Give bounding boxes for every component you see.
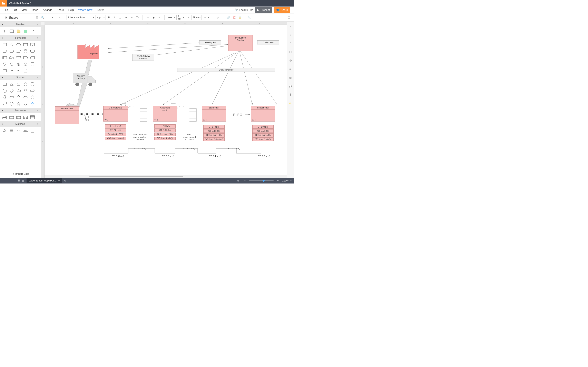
- add-page-button[interactable]: ⊕: [63, 178, 67, 183]
- fc-display[interactable]: [2, 49, 7, 53]
- stain-lt[interactable]: LT: 0.7 hr(s): [203, 125, 225, 129]
- fc-tape[interactable]: [9, 55, 14, 60]
- chat-icon[interactable]: 💬: [288, 83, 293, 89]
- italic-button[interactable]: I: [112, 15, 117, 20]
- underline-button[interactable]: U: [118, 15, 123, 20]
- text-shape[interactable]: T: [2, 29, 7, 33]
- menu-help[interactable]: Help: [68, 8, 74, 11]
- zoom-level[interactable]: 117%: [282, 179, 288, 182]
- fc-connector[interactable]: [9, 62, 14, 67]
- sh-hexagon[interactable]: [30, 82, 35, 86]
- close-icon[interactable]: ×: [37, 122, 39, 125]
- insp-lt[interactable]: LT: 1.0 hr(s): [252, 125, 274, 129]
- swap-icon[interactable]: ⇄: [215, 15, 221, 20]
- font-family-select[interactable]: Liberation Sans: [67, 15, 95, 20]
- sh-arrow-ud[interactable]: [30, 95, 35, 100]
- fc-note[interactable]: [23, 68, 28, 73]
- fc-process[interactable]: [2, 42, 7, 47]
- cut-defect[interactable]: Defect rate: 57%: [105, 133, 126, 136]
- line-type-button[interactable]: ↘: [186, 15, 191, 20]
- section-materials[interactable]: Materials ×: [0, 121, 41, 127]
- fc-stored[interactable]: [30, 55, 35, 60]
- menu-arrange[interactable]: Arrange: [43, 8, 52, 11]
- mt-safety[interactable]: [30, 128, 35, 133]
- chevron-down-icon[interactable]: ▾: [291, 180, 292, 182]
- sh-circle[interactable]: [9, 101, 14, 106]
- sh-octagon[interactable]: [2, 89, 7, 93]
- cut-ct[interactable]: CT: 2.0 hr(s): [105, 128, 126, 132]
- pr-process2[interactable]: [16, 115, 21, 119]
- canvas[interactable]: Supplier Weekly delivery Production Cont…: [44, 25, 287, 178]
- shapes-panel-toggle[interactable]: ⚙ Shapes: [2, 16, 18, 19]
- fc-decision[interactable]: [9, 42, 14, 47]
- fc-terminator[interactable]: [16, 42, 21, 47]
- mt-supermarket[interactable]: [9, 128, 14, 133]
- pr-databox[interactable]: [30, 115, 35, 119]
- zoom-out-button[interactable]: −: [242, 178, 247, 183]
- folder-icon[interactable]: [0, 0, 7, 7]
- sh-rect[interactable]: [2, 82, 7, 86]
- fc-card[interactable]: [2, 68, 7, 73]
- arrow-end-select[interactable]: →: [202, 15, 210, 20]
- fifo-label[interactable]: FIFO: [233, 113, 243, 116]
- link-icon[interactable]: 🔗: [226, 15, 231, 20]
- text-options-button[interactable]: T▾: [135, 15, 140, 20]
- forecast-box[interactable]: 30-60-90 day forecast: [132, 54, 154, 61]
- mt-fifo[interactable]: FIFO: [23, 128, 28, 133]
- share-button[interactable]: 👥 Share: [274, 7, 290, 13]
- pr-factory[interactable]: [2, 115, 7, 119]
- rect-shape[interactable]: [9, 29, 14, 33]
- sh-diamond[interactable]: [23, 101, 28, 106]
- section-shapes[interactable]: Shapes ×: [0, 75, 41, 80]
- text-color-button[interactable]: A: [123, 15, 129, 20]
- sh-star[interactable]: [16, 101, 21, 106]
- menu-share[interactable]: Share: [57, 8, 64, 11]
- sh-heart[interactable]: [23, 89, 28, 93]
- fc-sum[interactable]: [23, 62, 28, 67]
- sh-callout[interactable]: [2, 101, 7, 106]
- cut-co[interactable]: C/O time: 2 min(s): [105, 137, 126, 140]
- comment-quote-icon[interactable]: ❝: [288, 41, 293, 46]
- stroke-width-select[interactable]: 1 px: [176, 15, 185, 20]
- stain-defect[interactable]: Defect rate: 18%: [203, 133, 225, 137]
- master-page-icon[interactable]: ◧: [288, 75, 293, 80]
- section-flowchart[interactable]: Flowchart ×: [0, 35, 41, 41]
- history-icon[interactable]: ◷: [288, 58, 293, 63]
- insp-co[interactable]: C/O time: 6 min(s): [252, 137, 274, 141]
- magnet-icon[interactable]: 🧲: [232, 15, 237, 20]
- asm-defect[interactable]: Defect rate: 26%: [154, 133, 176, 136]
- redo-button[interactable]: ↷: [56, 15, 61, 20]
- production-control-box[interactable]: Production Control: [228, 35, 253, 51]
- sh-new[interactable]: NEW: [30, 101, 35, 106]
- sh-arrow-left[interactable]: [9, 95, 14, 100]
- fc-merge[interactable]: [2, 62, 7, 67]
- fc-preparation[interactable]: [9, 49, 14, 53]
- search-icon[interactable]: 🔍: [40, 15, 45, 20]
- close-icon[interactable]: ×: [37, 76, 39, 79]
- menu-edit[interactable]: Edit: [12, 8, 17, 11]
- daily-sales-box[interactable]: Daily sales: [257, 40, 279, 44]
- presentation-icon[interactable]: ▢: [288, 49, 293, 54]
- fill-rect-icon[interactable]: ▭: [145, 15, 150, 20]
- fc-predefined[interactable]: [23, 42, 28, 47]
- fc-delay[interactable]: [23, 55, 28, 60]
- insp-ct[interactable]: CT: 0.5 hr(s): [252, 129, 274, 133]
- menu-view[interactable]: View: [21, 8, 27, 11]
- asm-ct[interactable]: CT: 0.8 hr(s): [154, 128, 176, 132]
- sparkle-icon[interactable]: ✨: [288, 101, 293, 106]
- line-style-select[interactable]: [167, 15, 176, 20]
- sh-cloud[interactable]: [16, 89, 21, 93]
- zoom-slider[interactable]: [249, 180, 274, 181]
- scrollbar-horizontal[interactable]: [44, 175, 287, 178]
- fullscreen-icon[interactable]: ⛶: [286, 15, 292, 20]
- present-button[interactable]: ▶ Present: [255, 7, 272, 13]
- fc-brace-left[interactable]: ={: [16, 68, 21, 73]
- slider-thumb[interactable]: [263, 180, 265, 182]
- fc-offpage[interactable]: [30, 62, 35, 67]
- block-shape[interactable]: [23, 29, 28, 33]
- pr-workcell[interactable]: [23, 115, 28, 119]
- fc-direct[interactable]: [30, 49, 35, 53]
- asm-co[interactable]: C/O time: 4 min(s): [154, 137, 176, 140]
- fc-manual[interactable]: [16, 55, 21, 60]
- menu-whats-new[interactable]: What's New: [78, 8, 93, 11]
